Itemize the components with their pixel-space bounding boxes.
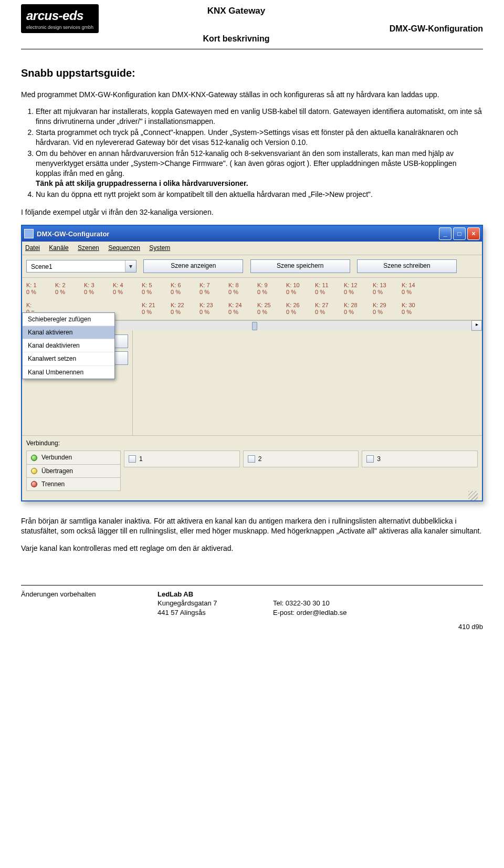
channel-cell[interactable]: K: 120 % <box>344 281 373 297</box>
channel-cell[interactable]: K: 110 % <box>315 281 344 297</box>
toolbar: Scene1 ▾ Szene anzeigen Szene speichern … <box>22 255 482 278</box>
resize-grip-icon[interactable] <box>468 491 478 500</box>
footer-tel: Tel: 0322-30 30 10 <box>273 599 410 608</box>
paragraph-after-1: Från början är samtliga kanaler inaktiva… <box>21 516 483 536</box>
logo-text: arcus-eds <box>26 7 93 24</box>
green-dot-icon <box>31 455 37 461</box>
yellow-dot-icon <box>31 468 37 474</box>
channel-cell[interactable]: K: 300 % <box>402 301 430 317</box>
connection-label: Verbindung: <box>26 439 478 447</box>
status-übertragen[interactable]: Übertragen <box>26 464 121 477</box>
scene-select-value: Scene1 <box>31 263 52 270</box>
step-2: Starta programmet och tryck på „Connect"… <box>36 128 483 148</box>
context-menu-item[interactable]: Schieberegler zufügen <box>23 313 114 326</box>
channel-cell[interactable]: K: 100 % <box>286 281 315 297</box>
channel-cell[interactable]: K: 50 % <box>142 281 171 297</box>
status-trennen[interactable]: Trennen <box>26 477 121 491</box>
chevron-down-icon[interactable]: ▾ <box>125 260 136 272</box>
footer-addr2: 441 57 Alingsås <box>158 608 273 618</box>
menu-sequenzen[interactable]: Sequenzen <box>108 244 140 252</box>
channel-cell[interactable]: K: 260 % <box>286 301 315 317</box>
save-scene-button[interactable]: Szene speichern <box>250 259 350 273</box>
slider-area <box>133 330 482 436</box>
menu-system[interactable]: System <box>149 244 170 252</box>
step-1: Efter att mjukvaran har installerats, ko… <box>36 107 483 127</box>
channel-cell[interactable]: K: 270 % <box>315 301 344 317</box>
doc-title-right: DMX-GW-Konfiguration <box>346 23 483 35</box>
context-menu-item[interactable]: Kanalwert setzen <box>23 352 114 365</box>
status-verbunden[interactable]: Verbunden <box>26 451 121 464</box>
menu-kanaele[interactable]: Kanäle <box>49 244 68 252</box>
window-title: DMX-GW-Configurator <box>37 229 437 239</box>
channel-cell[interactable]: K: 290 % <box>373 301 402 317</box>
channel-cell[interactable]: K: 60 % <box>171 281 200 297</box>
channel-cell[interactable]: K: 80 % <box>228 281 257 297</box>
footer-num-3: 3 <box>377 455 381 463</box>
doc-title-2: Kort beskrivning <box>126 33 346 45</box>
context-menu-item[interactable]: Kanal deaktivieren <box>23 339 114 352</box>
app-icon <box>24 229 34 238</box>
close-button[interactable]: × <box>467 227 480 240</box>
context-menu-item[interactable]: Kanal aktivieren <box>23 326 114 339</box>
section-heading: Snabb uppstartsguide: <box>21 66 483 80</box>
channel-cell[interactable]: K: 250 % <box>257 301 286 317</box>
status-label: Übertragen <box>41 467 73 475</box>
red-dot-icon <box>31 481 37 487</box>
square-icon <box>129 455 136 463</box>
square-icon <box>366 455 374 463</box>
statusbar: Verbindung: VerbundenÜbertragenTrennen 1… <box>22 436 482 500</box>
channel-cell[interactable]: K: 220 % <box>171 301 200 317</box>
channel-cell[interactable]: K: 30 % <box>84 281 113 297</box>
footer-box-1: 1 <box>124 451 240 467</box>
step-3: Om du behöver en annan hårdvaruversion f… <box>36 149 483 189</box>
scroll-right-button[interactable]: ▸ <box>471 320 482 331</box>
status-label: Trennen <box>41 480 65 488</box>
square-icon <box>248 455 255 463</box>
page-number: 410 d9b <box>21 622 483 632</box>
channel-cell[interactable] <box>113 301 142 317</box>
footer-mail: E-post: order@ledlab.se <box>273 608 410 618</box>
after-list-paragraph: I följande exempel utgår vi ifrån den 32… <box>21 207 483 217</box>
menu-datei[interactable]: Datei <box>25 244 40 252</box>
footer-box-2: 2 <box>243 451 359 467</box>
context-menu-item[interactable]: Kanal Umbenennen <box>23 366 114 379</box>
status-label: Verbunden <box>41 453 72 462</box>
footer-num-1: 1 <box>139 455 143 463</box>
channel-cell[interactable]: K: 130 % <box>373 281 402 297</box>
channel-cell[interactable]: K: 280 % <box>344 301 373 317</box>
channel-cell[interactable]: K: 40 % <box>113 281 142 297</box>
maximize-button[interactable]: □ <box>453 227 466 240</box>
context-menu: Schieberegler zufügenKanal aktivierenKan… <box>22 312 115 379</box>
channel-cell[interactable]: K: 210 % <box>142 301 171 317</box>
intro-paragraph: Med programmet DMX-GW-Konfiguration kan … <box>21 90 483 100</box>
logo-subtext: electronic design services gmbh <box>26 24 93 30</box>
menu-szenen[interactable]: Szenen <box>78 244 99 252</box>
footer-num-2: 2 <box>258 455 262 463</box>
menubar: Datei Kanäle Szenen Sequenzen System <box>22 242 482 255</box>
doc-title-1: KNX Gateway <box>126 5 346 17</box>
footer-addr1: Kungegårdsgatan 7 <box>158 599 273 608</box>
channel-cell[interactable]: K: 20 % <box>55 281 84 297</box>
brand-logo: arcus-eds electronic design services gmb… <box>21 4 99 33</box>
footer-box-3: 3 <box>362 451 478 467</box>
channel-cell[interactable]: K: 230 % <box>200 301 228 317</box>
show-scene-button[interactable]: Szene anzeigen <box>143 259 243 273</box>
titlebar: DMX-GW-Configurator _ □ × <box>22 226 482 242</box>
steps-list: Efter att mjukvaran har installerats, ko… <box>36 107 483 199</box>
channel-cell[interactable]: K: 70 % <box>200 281 228 297</box>
write-scene-button[interactable]: Szene schreiben <box>357 259 457 273</box>
channel-cell[interactable]: K: 10 % <box>26 281 55 297</box>
paragraph-after-2: Varje kanal kan kontrolleras med ett reg… <box>21 543 483 553</box>
channel-cell[interactable]: K: 90 % <box>257 281 286 297</box>
footer-company: LedLab AB <box>158 590 273 599</box>
channel-grid: K: 10 %K: 20 %K: 30 %K: 40 %K: 50 %K: 60… <box>22 278 482 321</box>
scroll-thumb[interactable] <box>252 322 257 330</box>
app-window: DMX-GW-Configurator _ □ × Datei Kanäle S… <box>21 225 483 501</box>
scene-select[interactable]: Scene1 ▾ <box>26 260 136 273</box>
footer-left: Änderungen vorbehalten <box>21 590 158 618</box>
minimize-button[interactable]: _ <box>439 227 452 240</box>
channel-cell[interactable]: K: 240 % <box>228 301 257 317</box>
channel-cell[interactable]: K: 140 % <box>402 281 430 297</box>
step-4: Nu kan du öppna ett nytt projekt som är … <box>36 190 483 200</box>
